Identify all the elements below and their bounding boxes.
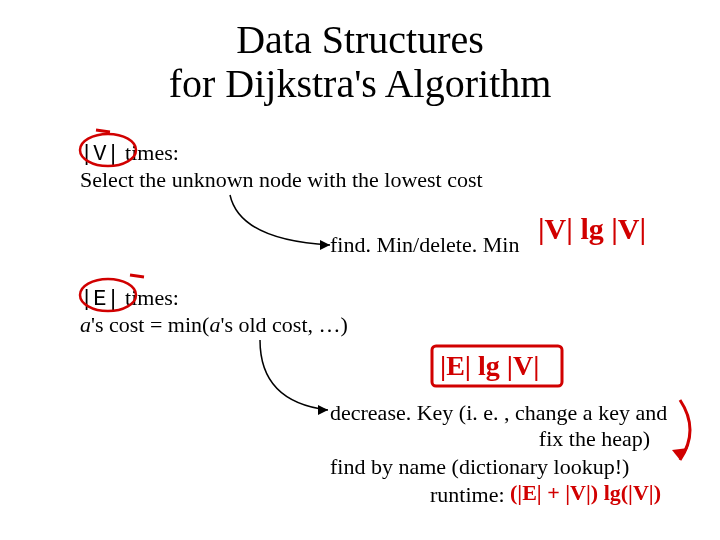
- arrow-to-findmin: [230, 195, 330, 245]
- op-findmin: find. Min/delete. Min: [330, 232, 519, 258]
- arrow-to-findmin-head: [320, 240, 330, 250]
- annotation-runtime: (|E| + |V|) lg(|V|): [510, 480, 661, 506]
- e-var-a-2: a: [209, 312, 220, 337]
- arrow-to-decreasekey-head: [318, 405, 328, 415]
- annotation-vlgv: |V| lg |V|: [538, 212, 646, 246]
- op-find-by-name: find by name (dictionary lookup!): [330, 454, 629, 480]
- slide-title: Data Structures for Dijkstra's Algorithm: [0, 18, 720, 106]
- e-count-token: |E|: [80, 287, 120, 312]
- title-line-1: Data Structures: [236, 17, 484, 62]
- v-count-suffix: times:: [120, 140, 179, 165]
- tick-e-icon: [130, 275, 144, 277]
- op-decreasekey-line2: fix the heap): [330, 426, 710, 452]
- op-decreasekey-line1: decrease. Key (i. e. , change a key and: [330, 400, 710, 426]
- section-v-times: |V| times: Select the unknown node with …: [80, 140, 483, 193]
- slide: Data Structures for Dijkstra's Algorithm…: [0, 0, 720, 540]
- e-count-suffix: times:: [120, 285, 179, 310]
- e-desc-mid2: 's old cost, …): [220, 312, 347, 337]
- title-line-2: for Dijkstra's Algorithm: [169, 61, 552, 106]
- tick-v-icon: [96, 130, 110, 132]
- annotation-elgv: |E| lg |V|: [440, 350, 539, 382]
- op-decreasekey: decrease. Key (i. e. , change a key and …: [330, 400, 710, 452]
- v-count-token: |V|: [80, 142, 120, 167]
- v-desc: Select the unknown node with the lowest …: [80, 167, 483, 192]
- runtime-label: runtime:: [430, 482, 505, 508]
- e-var-a-1: a: [80, 312, 91, 337]
- e-desc-mid1: 's cost = min(: [91, 312, 209, 337]
- section-e-times: |E| times: a's cost = min(a's old cost, …: [80, 285, 348, 338]
- arrow-to-decreasekey: [260, 340, 328, 410]
